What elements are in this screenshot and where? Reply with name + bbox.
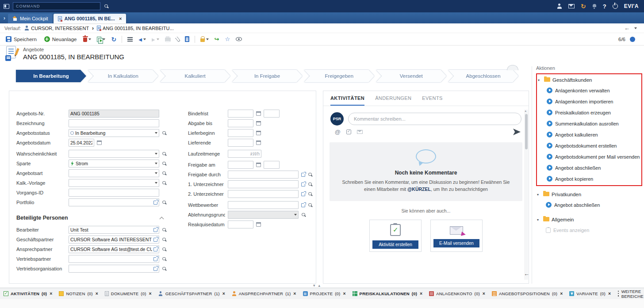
send-email-button[interactable]: E-Mail versenden [433,239,479,247]
field-ablehnungsgrund[interactable] [228,211,299,219]
send-email-card[interactable]: E-Mail versenden [430,220,483,252]
bottom-tab-geschaeftspartner[interactable]: GESCHÄFTSPARTNER(1)× [158,291,225,296]
calendar-icon[interactable] [256,111,261,116]
bottom-tab-aktivitaeten[interactable]: AKTIVITÄTEN(0)× [4,291,52,296]
dropdown-caret-icon[interactable] [294,214,297,216]
bottom-tab-anlagenkonto[interactable]: ANLAGENKONTO(0)× [429,291,485,296]
action-summenkalkulation-ausrollen[interactable]: Summenkalkulation ausrollen [538,118,640,129]
dropdown-caret-icon[interactable] [155,163,157,164]
splitter-controls[interactable] [313,282,320,288]
email-icon[interactable] [357,130,363,134]
print-button[interactable] [165,36,171,42]
action-group-header-allgemein[interactable]: ▾Allgemein [537,215,641,224]
action-anlagenkonten-importieren[interactable]: Anlagenkonten importieren [538,96,640,107]
field-bindefrist-2[interactable] [264,110,280,118]
field-lieferbeginn[interactable] [228,129,253,137]
help-icon[interactable] [603,3,606,10]
field-vorgangs-id[interactable] [69,189,159,197]
stage-in-freigabe[interactable]: In Freigabe [232,70,303,82]
action-angebot-abschliessen[interactable]: Angebot abschließen [538,162,640,173]
field-freigabe-durch[interactable] [228,171,299,179]
close-bottom-tab-icon[interactable]: × [293,291,296,296]
send-comment-icon[interactable] [513,129,521,135]
search-icon[interactable] [308,203,313,208]
lock-button[interactable] [200,35,209,43]
refresh-session-icon[interactable] [581,3,586,9]
back-arrow-icon[interactable] [624,25,630,31]
field-portfolio[interactable] [69,198,159,206]
collapse-down-icon[interactable] [313,282,315,288]
open-record-icon[interactable] [301,192,305,196]
close-bottom-tab-icon[interactable]: × [560,291,563,296]
stage-kalkuliert[interactable]: Kalkuliert [160,70,230,82]
action-angebotsdokument-erstellen[interactable]: Angebotsdokument erstellen [538,140,640,151]
close-bottom-tab-icon[interactable]: × [149,291,152,296]
command-input[interactable] [13,2,100,10]
bottom-tab-notizen[interactable]: NOTIZEN(0)× [59,291,98,296]
command-search-icon[interactable] [104,4,109,9]
section-beteiligte-personen[interactable]: Beteiligte Personen [16,213,163,223]
field-angebotsstatus[interactable]: In Bearbeitung [69,129,159,137]
search-icon[interactable] [162,228,167,232]
action-angebot-abschliessen[interactable]: Angebot abschließen [537,199,641,210]
tab-events[interactable]: EVENTS [422,95,442,106]
bottom-tab-ansprechpartner[interactable]: ANSPRECHPARTNER(1)× [232,291,296,296]
menu-button[interactable] [127,36,133,42]
create-activity-button[interactable]: Aktivität erstellen [372,240,418,249]
open-record-icon[interactable] [153,201,157,205]
search-icon[interactable] [162,131,167,136]
close-bottom-tab-icon[interactable]: × [608,291,611,296]
dropdown-caret-icon[interactable] [155,182,157,184]
dropdown-caret-icon[interactable] [155,153,157,155]
search-icon[interactable] [301,213,306,217]
search-icon[interactable] [162,247,167,252]
stage-versendet[interactable]: Versendet [376,70,446,82]
close-bottom-tab-icon[interactable]: × [343,291,345,296]
open-record-icon[interactable] [153,247,157,251]
calendar-icon[interactable] [256,121,261,125]
breadcrumb-item-ang-0001185-in-bearbeitu[interactable]: ANG 0001185, IN BEARBEITU... [97,26,174,31]
create-activity-card[interactable]: Aktivität erstellen [369,220,422,252]
tab-aenderungen[interactable]: ÄNDERUNGEN [375,95,411,106]
follow-up-button[interactable] [214,35,220,43]
close-bottom-tab-icon[interactable]: × [222,291,225,296]
calendar-icon[interactable] [256,222,261,227]
new-button[interactable]: Neuanlage [43,35,78,43]
close-bottom-tab-icon[interactable]: × [483,291,485,296]
field-ansprechpartner[interactable]: CURSOR Software AG test@test.de CURS... [69,245,159,253]
field-vertriebspartner[interactable] [69,255,159,263]
action-group-header-geschaeftskunden[interactable]: ▾Geschäftskunden [538,75,640,85]
duplicate-button[interactable] [96,36,106,43]
action-angebotsdokument-per-mail-versenden[interactable]: Angebotsdokument per Mail versenden [538,151,640,162]
close-bottom-tab-icon[interactable]: × [50,291,52,296]
field-freigabe-am[interactable] [228,161,253,169]
bottom-tab-projekte[interactable]: PROJEKTE(0)× [303,291,346,296]
calendar-icon[interactable] [256,131,261,135]
document-button[interactable] [184,35,190,43]
field-bindefrist[interactable] [228,110,253,118]
stage-freigegeben[interactable]: Freigegeben [304,70,374,82]
logout-icon[interactable] [613,4,618,9]
action-angebot-kalkulieren[interactable]: Angebot kalkulieren [538,129,640,140]
field-freigabe-am-2[interactable] [264,161,280,169]
search-icon[interactable] [308,192,313,197]
search-icon[interactable] [162,200,167,205]
reload-button[interactable] [111,35,117,43]
field-kalk-vorlage[interactable] [69,179,159,187]
collapse-up-icon[interactable] [318,282,321,288]
collapse-panel-arrow-icon[interactable] [524,270,529,277]
save-button[interactable]: Speichern [4,35,38,43]
field-abgabe-bis[interactable] [228,119,253,127]
search-icon[interactable] [162,266,167,271]
close-tab-icon[interactable]: × [119,16,122,21]
open-record-icon[interactable] [301,203,305,207]
dropdown-caret-icon[interactable] [155,132,157,134]
stage-bar-notch[interactable] [507,65,518,70]
tab-aktivitaeten[interactable]: AKTIVITÄTEN [330,95,364,106]
action-preiskalkulation-erzeugen[interactable]: Preiskalkulation erzeugen [538,107,640,118]
open-record-icon[interactable] [153,238,157,242]
search-icon[interactable] [162,161,167,166]
notification-badge[interactable] [630,37,635,42]
watch-button[interactable] [235,36,242,42]
dropdown-caret-icon[interactable] [155,172,157,174]
